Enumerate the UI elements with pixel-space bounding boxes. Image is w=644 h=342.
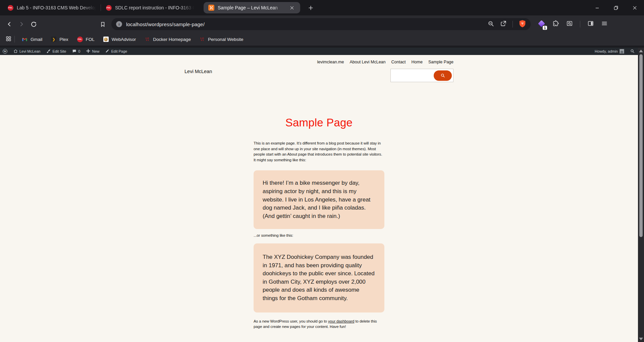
site-title[interactable]: Levi McLean (184, 69, 212, 82)
site-header: Levi McLean levimclean.me About Levi McL… (184, 55, 453, 82)
wp-howdy-menu[interactable]: Howdy, admin (595, 49, 624, 54)
bookmark-label: Gmail (31, 37, 42, 42)
between-paragraph: ...or something like this: (254, 233, 384, 238)
wp-edit-site-label: Edit Site (52, 49, 66, 53)
bookmark-fol[interactable]: FOL FOL (73, 35, 99, 44)
wp-logo-menu[interactable]: W (3, 49, 7, 54)
wp-edit-site[interactable]: Edit Site (46, 49, 66, 54)
search-input[interactable] (390, 69, 453, 82)
toolbar-right-cluster: 1 (538, 20, 608, 28)
bookmark-plex[interactable]: ❯ Plex (47, 35, 72, 44)
brave-shield-icon[interactable] (519, 20, 526, 29)
divider (513, 21, 513, 27)
gmail-icon (22, 37, 28, 42)
bookmarks-bar: Gmail ❯ Plex FOL FOL WebAdvisor LEVI Doc… (0, 33, 644, 46)
xampp-favicon (208, 5, 214, 11)
tab-lab5[interactable]: FOL Lab 5 - INFO-3163 CMS Web Develop (3, 0, 101, 15)
nav-about[interactable]: About Levi McLean (350, 60, 385, 64)
extensions-icon[interactable] (552, 20, 559, 28)
wp-comments-count: 0 (78, 49, 80, 53)
site-info-icon[interactable]: i (116, 21, 122, 27)
wp-edit-page[interactable]: Edit Page (105, 49, 127, 54)
nav-sample-page[interactable]: Sample Page (428, 60, 453, 64)
bookmark-docker-homepage[interactable]: LEVI Docker Homepage (140, 35, 195, 44)
scroll-down-arrow[interactable] (639, 338, 643, 340)
tab-close-icon[interactable] (288, 4, 296, 11)
outro-paragraph: As a new WordPress user, you should go t… (254, 319, 384, 330)
quote-block-2: The XYZ Doohickey Company was founded in… (254, 243, 384, 312)
search-submit-button[interactable] (434, 70, 452, 81)
page-title: Sample Page (254, 116, 384, 129)
nav-levimclean-me[interactable]: levimclean.me (317, 60, 344, 64)
scrollbar-thumb[interactable] (639, 54, 643, 237)
fol-icon: FOL (106, 5, 112, 11)
bookmark-label: WebAdvisor (112, 37, 136, 42)
wp-site-menu[interactable]: Levi McLean (13, 49, 40, 54)
intro-paragraph: This is an example page. It’s different … (254, 140, 384, 163)
page-scrollbar[interactable] (638, 48, 644, 342)
apps-grid-icon[interactable] (5, 36, 12, 43)
wp-comments[interactable]: 0 (72, 49, 80, 54)
new-tab-button[interactable] (306, 3, 316, 13)
tab-sample-page-active[interactable]: Sample Page – Levi McLean (204, 2, 300, 13)
close-window-button[interactable] (625, 0, 644, 15)
tab-sdlc[interactable]: FOL SDLC report instruction - INFO-3163 … (101, 0, 199, 15)
comment-icon (72, 49, 76, 54)
window-controls (588, 0, 644, 15)
fol-favicon: FOL (106, 5, 112, 11)
restore-button[interactable] (606, 0, 625, 15)
tab-bar: FOL Lab 5 - INFO-3163 CMS Web Develop FO… (0, 0, 644, 15)
address-bar[interactable]: i localhost/wordpress/sample-page/ (111, 18, 531, 30)
plus-icon (86, 49, 90, 54)
page-content: Levi McLean levimclean.me About Levi McL… (0, 55, 638, 342)
bookmark-webadvisor[interactable]: WebAdvisor (99, 35, 141, 44)
scroll-up-arrow[interactable] (639, 50, 643, 52)
wp-howdy-label: Howdy, admin (595, 49, 618, 53)
nav-home[interactable]: Home (412, 60, 423, 64)
back-button[interactable] (3, 18, 15, 30)
pencil-icon (105, 49, 109, 54)
tab-title: Lab 5 - INFO-3163 CMS Web Develop (17, 5, 96, 10)
wordpress-icon: W (3, 49, 7, 54)
article: Sample Page This is an example page. It’… (254, 116, 384, 330)
wp-site-name: Levi McLean (19, 49, 40, 53)
site-nav: levimclean.me About Levi McLean Contact … (317, 60, 453, 64)
bookmark-label: Docker Homepage (153, 37, 191, 42)
wp-admin-bar: W Levi McLean Edit Site 0 New Edit Page (0, 48, 638, 55)
divider (580, 21, 580, 27)
brush-icon (46, 49, 51, 54)
zoom-icon[interactable] (488, 20, 494, 28)
forward-button[interactable] (15, 18, 28, 30)
minimize-button[interactable] (588, 0, 606, 15)
fol-icon: FOL (77, 37, 83, 42)
wp-search-icon[interactable] (630, 49, 635, 54)
url-text[interactable]: localhost/wordpress/sample-page/ (126, 21, 484, 27)
outro-text-before: As a new WordPress user, you should go t… (254, 319, 328, 323)
levi-monogram-icon: LEVI (200, 37, 205, 42)
browser-toolbar: i localhost/wordpress/sample-page/ 1 (0, 15, 644, 33)
tab-title: Sample Page – Levi McLean (218, 5, 285, 10)
share-icon[interactable] (500, 20, 506, 28)
bookmark-icon[interactable] (97, 18, 109, 30)
wp-new-menu[interactable]: New (86, 49, 99, 54)
fol-favicon: FOL (7, 5, 13, 11)
plex-icon: ❯ (51, 37, 56, 42)
bookmark-gmail[interactable]: Gmail (17, 35, 47, 44)
search-tabs-icon[interactable] (566, 20, 573, 28)
sidebar-toggle-icon[interactable] (587, 20, 594, 28)
bookmark-personal-website[interactable]: LEVI Personal Website (195, 35, 248, 44)
xampp-icon (208, 5, 214, 11)
profile-button[interactable]: 1 (538, 20, 545, 28)
reload-button[interactable] (28, 18, 40, 30)
webadvisor-icon (103, 37, 109, 42)
browser-window: FOL Lab 5 - INFO-3163 CMS Web Develop FO… (0, 0, 644, 342)
bookmark-label: Plex (59, 37, 68, 42)
divider (14, 36, 15, 43)
wp-edit-page-label: Edit Page (111, 49, 127, 53)
bookmark-label: FOL (86, 37, 95, 42)
bookmark-label: Personal Website (208, 37, 244, 42)
nav-contact[interactable]: Contact (391, 60, 406, 64)
quote-block-1: Hi there! I’m a bike messenger by day, a… (254, 170, 384, 229)
menu-icon[interactable] (601, 20, 608, 28)
dashboard-link[interactable]: your dashboard (328, 319, 355, 323)
